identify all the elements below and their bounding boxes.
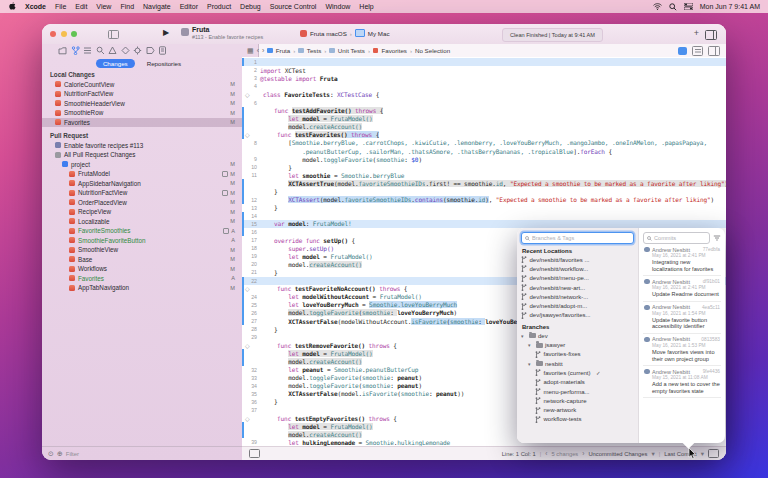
sidebar-item[interactable]: projectM	[42, 160, 242, 170]
breadcrumb-item[interactable]: Favorites	[381, 47, 406, 54]
tab-repositories[interactable]: Repositories	[140, 59, 188, 68]
sidebar-item[interactable]: SmoothieFavoriteButtonA	[42, 236, 242, 246]
disclosure-triangle-icon[interactable]: ▾	[521, 333, 526, 339]
disclosure-triangle-icon[interactable]: ▾	[528, 361, 533, 367]
menu-item[interactable]: File	[55, 3, 66, 10]
adjust-editor-icon[interactable]	[249, 449, 260, 458]
menu-item[interactable]: Help	[359, 3, 373, 10]
commit-item[interactable]: Andrew Nesbitt9fe4436May 15, 2021 at 11:…	[643, 366, 721, 398]
staged-checkbox[interactable]	[222, 171, 229, 178]
branch-item[interactable]: favorites-fixes	[521, 350, 634, 359]
add-tab-button[interactable]: +	[694, 28, 699, 38]
menu-item[interactable]: Debug	[240, 3, 261, 10]
recent-location-item[interactable]: dev/nesbitt/menu-pe...	[521, 274, 634, 283]
prev-change-button[interactable]: ‹	[545, 450, 547, 457]
commit-item[interactable]: Andrew Nesbitt0813583May 16, 2021 at 1:5…	[643, 334, 721, 366]
activity-status[interactable]: Clean Finished | Today at 9:41 AM	[502, 28, 603, 42]
sidebar-item[interactable]: WorkflowsM	[42, 264, 242, 274]
sidebar-item[interactable]: NutritionFactViewM	[42, 188, 242, 198]
minimap-button[interactable]	[692, 46, 703, 56]
branch-item[interactable]: favorites (current)✓	[521, 368, 634, 377]
sidebar-item[interactable]: FavoriteSmoothiesA	[42, 226, 242, 236]
sidebar-item[interactable]: SmoothieRowM	[42, 108, 242, 118]
control-center-icon[interactable]	[684, 3, 693, 10]
test-navigator-icon[interactable]	[121, 46, 130, 55]
recent-location-item[interactable]: dev/nesbitt/network-...	[521, 292, 634, 301]
recent-location-item[interactable]: dev/nesbitt/adopt-m...	[521, 301, 634, 310]
sidebar-item[interactable]: AppSidebarNavigationM	[42, 179, 242, 189]
recent-location-item[interactable]: dev/nesbitt/favorites ...	[521, 255, 634, 264]
recent-location-item[interactable]: dev/jsawyer/favorites...	[521, 311, 634, 320]
minimize-button[interactable]	[61, 31, 67, 37]
menu-item[interactable]: Find	[120, 3, 134, 10]
branch-item[interactable]: workflow-tests	[521, 415, 634, 424]
sidebar-item[interactable]: FrutaModelM	[42, 169, 242, 179]
uncommitted-changes-selector[interactable]: Uncommitted Changes	[588, 451, 647, 457]
sidebar-item[interactable]: LocalizableM	[42, 217, 242, 227]
sidebar-item[interactable]: SmoothieViewM	[42, 245, 242, 255]
branch-item[interactable]: new-artwork	[521, 405, 634, 414]
display-icon[interactable]	[708, 449, 719, 458]
sidebar-item[interactable]: BaseM	[42, 255, 242, 265]
menu-xcode[interactable]: Xcode	[25, 3, 46, 10]
staged-checkbox[interactable]	[222, 190, 229, 197]
breadcrumb-item[interactable]: No Selection	[415, 47, 450, 54]
recent-location-item[interactable]: dev/nesbitt/new-art...	[521, 283, 634, 292]
uncommitted-chevron-icon[interactable]: ▾	[651, 450, 654, 458]
commit-filter-icon[interactable]	[713, 234, 721, 242]
editor-layout-button[interactable]	[705, 30, 717, 40]
disclosure-triangle-icon[interactable]: ▾	[528, 342, 533, 348]
breadcrumb-item[interactable]: Unit Tests	[338, 47, 365, 54]
menu-clock[interactable]: Mon Jun 7 9:41 AM	[700, 3, 760, 10]
filter-placeholder[interactable]: Filter	[66, 451, 79, 457]
report-navigator-icon[interactable]	[158, 46, 167, 55]
scheme-name[interactable]: Fruta macOS	[310, 30, 347, 37]
commit-search-field[interactable]: Commits	[643, 232, 710, 244]
staged-checkbox[interactable]	[223, 228, 230, 235]
menu-item[interactable]: Navigate	[143, 3, 171, 10]
add-editor-button[interactable]	[708, 46, 720, 56]
issue-navigator-icon[interactable]	[108, 46, 117, 55]
test-diamond-icon[interactable]: ◇	[242, 91, 263, 98]
breadcrumb-item[interactable]: Tests	[307, 47, 321, 54]
test-diamond-icon[interactable]: ◇	[242, 415, 263, 422]
wifi-icon[interactable]	[653, 3, 662, 10]
sidebar-item[interactable]: FavoritesM	[42, 118, 242, 128]
sidebar-item[interactable]: NutritionFactViewM	[42, 89, 242, 99]
sidebar-item[interactable]: FavoritesA	[42, 274, 242, 284]
recent-location-item[interactable]: dev/nesbitt/workflow...	[521, 264, 634, 273]
branch-item[interactable]: menu-performa...	[521, 387, 634, 396]
branch-item[interactable]: adopt-materials	[521, 378, 634, 387]
sidebar-item[interactable]: Enable favorite recipes #113	[42, 141, 242, 151]
debug-navigator-icon[interactable]	[133, 46, 142, 55]
navigator-toggle-icon[interactable]	[108, 30, 119, 39]
run-button[interactable]: ▶	[163, 28, 169, 37]
test-diamond-icon[interactable]: ◇	[242, 342, 263, 349]
test-diamond-icon[interactable]: ◇	[242, 285, 263, 292]
menu-item[interactable]: Source Control	[270, 3, 317, 10]
tab-changes[interactable]: Changes	[96, 59, 135, 68]
breakpoint-navigator-icon[interactable]	[146, 46, 155, 55]
source-control-navigator-icon[interactable]	[71, 46, 80, 55]
branch-group[interactable]: ▾dev	[521, 331, 634, 340]
filter-bar[interactable]: ⊙ ⊕ Filter	[42, 446, 242, 460]
apple-logo-icon[interactable]	[8, 2, 16, 11]
project-navigator-icon[interactable]	[58, 46, 67, 55]
scheme-selector[interactable]: Fruta macOS › My Mac	[300, 29, 390, 37]
commit-item[interactable]: Andrew Nesbitt77edbfaMay 16, 2021 at 2:4…	[643, 244, 721, 276]
menu-item[interactable]: View	[96, 3, 111, 10]
menu-item[interactable]: Window	[325, 3, 350, 10]
window-title-bar[interactable]: ▶ Fruta #113 - Enable favorite recipes F…	[42, 24, 726, 45]
commit-item[interactable]: Andrew Nesbittdf91b01May 16, 2021 at 2:4…	[643, 276, 721, 302]
menu-item[interactable]: Product	[207, 3, 231, 10]
branch-group[interactable]: ▾nesbitt	[521, 359, 634, 368]
forward-button[interactable]: ›	[262, 47, 264, 54]
sidebar-item[interactable]: AppTabNavigationM	[42, 283, 242, 293]
branch-group[interactable]: ▾jsawyer	[521, 340, 634, 349]
zoom-button[interactable]	[71, 31, 77, 37]
branch-item[interactable]: network-capture	[521, 396, 634, 405]
symbol-navigator-icon[interactable]	[83, 46, 92, 55]
commit-item[interactable]: Andrew Nesbitt4ea5c11May 16, 2021 at 1:5…	[643, 302, 721, 334]
run-destination[interactable]: My Mac	[368, 30, 390, 37]
sidebar-item[interactable]: OrderPlacedViewM	[42, 198, 242, 208]
